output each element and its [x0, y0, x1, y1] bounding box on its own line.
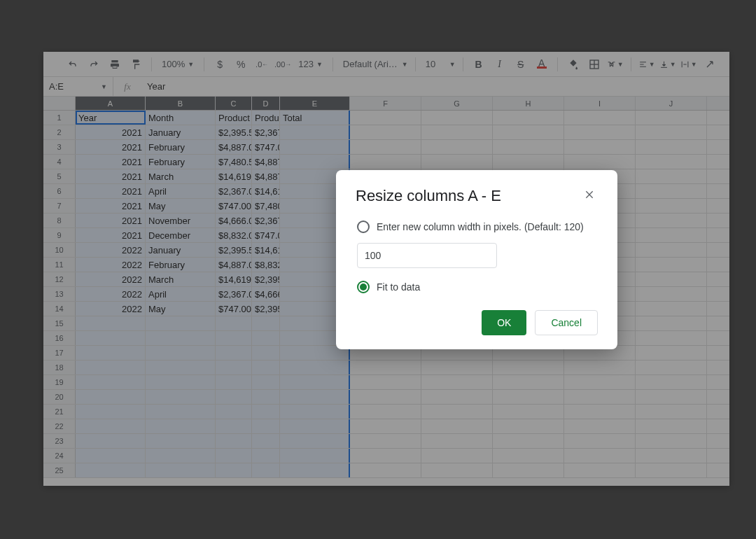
radio-unchecked-icon	[357, 220, 370, 233]
cancel-button[interactable]: Cancel	[535, 310, 598, 335]
option-enter-pixels[interactable]: Enter new column width in pixels. (Defau…	[356, 220, 598, 233]
option-pixels-label: Enter new column width in pixels. (Defau…	[377, 221, 584, 232]
option-fit-label: Fit to data	[377, 281, 420, 293]
radio-checked-icon	[357, 281, 370, 293]
close-icon	[584, 189, 595, 200]
option-fit-to-data[interactable]: Fit to data	[356, 281, 598, 293]
dialog-title: Resize columns A - E	[356, 187, 501, 205]
close-button[interactable]	[581, 189, 598, 204]
ok-button[interactable]: OK	[482, 310, 526, 335]
column-width-input[interactable]	[357, 243, 497, 268]
resize-columns-dialog: Resize columns A - E Enter new column wi…	[336, 170, 617, 349]
